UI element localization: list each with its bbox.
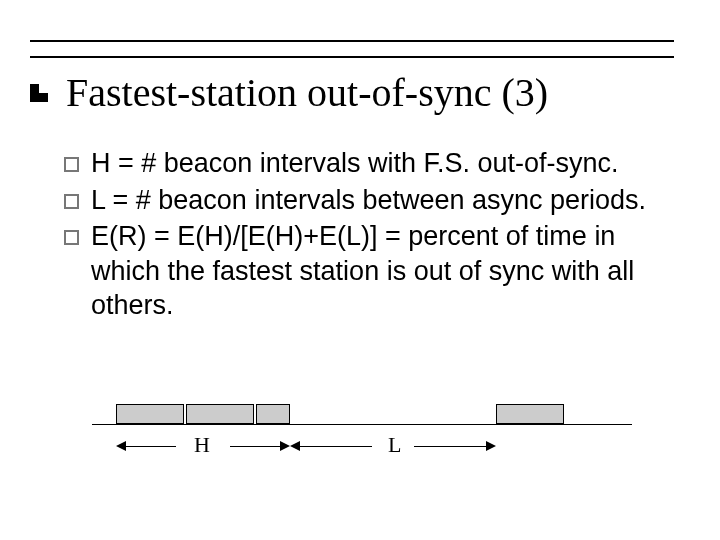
arrow-segment (414, 438, 496, 456)
item-text: H = # beacon intervals with F.S. out-of-… (91, 146, 674, 181)
item-text: L = # beacon intervals between async per… (91, 183, 674, 218)
title-row: Fastest-station out-of-sync (3) (30, 72, 674, 114)
arrow-segment (116, 438, 176, 456)
timeline-diagram: H L (92, 398, 632, 478)
list-item: L = # beacon intervals between async per… (64, 183, 674, 218)
body: H = # beacon intervals with F.S. out-of-… (64, 146, 674, 323)
list-item: H = # beacon intervals with F.S. out-of-… (64, 146, 674, 181)
square-bullet-icon (64, 157, 79, 172)
interval-box-half (256, 404, 290, 424)
timeline-axis (92, 424, 632, 425)
list-item: E(R) = E(H)/[E(H)+E(L)] = percent of tim… (64, 219, 674, 323)
interval-box (116, 404, 184, 424)
page-title: Fastest-station out-of-sync (3) (66, 72, 548, 114)
arrow-segment (290, 438, 372, 456)
square-bullet-icon (64, 230, 79, 245)
top-rule-1 (30, 40, 674, 42)
label-h: H (194, 432, 210, 458)
interval-box (186, 404, 254, 424)
square-bullet-icon (64, 194, 79, 209)
top-rule-2 (30, 56, 674, 58)
arrow-segment (230, 438, 290, 456)
interval-box (496, 404, 564, 424)
title-bullet-icon (30, 84, 48, 102)
item-text: E(R) = E(H)/[E(H)+E(L)] = percent of tim… (91, 219, 674, 323)
label-l: L (388, 432, 401, 458)
slide: Fastest-station out-of-sync (3) H = # be… (0, 0, 720, 540)
